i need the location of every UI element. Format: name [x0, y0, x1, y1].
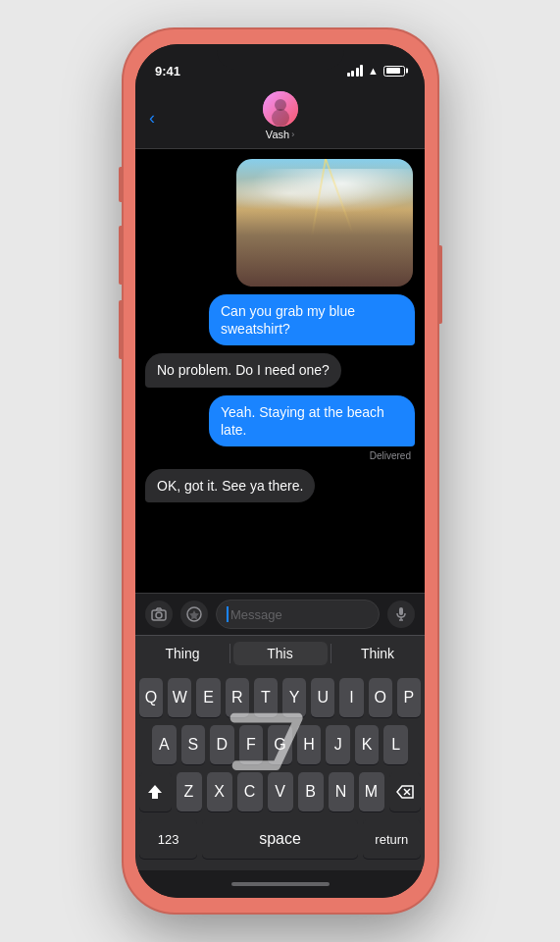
- shift-button[interactable]: [139, 772, 172, 811]
- home-indicator[interactable]: [135, 870, 425, 898]
- sent-bubble-2[interactable]: Yeah. Staying at the beach late.: [209, 395, 415, 446]
- key-n[interactable]: N: [329, 772, 354, 811]
- mic-icon: [396, 607, 406, 621]
- received-text-2: OK, got it. See ya there.: [157, 478, 303, 494]
- photo-message[interactable]: [236, 159, 413, 287]
- volume-up-button[interactable]: [119, 226, 123, 285]
- key-r[interactable]: R: [226, 678, 249, 717]
- return-label: return: [375, 832, 408, 847]
- key-i[interactable]: I: [339, 678, 363, 717]
- camera-icon: [151, 607, 167, 621]
- svg-point-4: [156, 612, 162, 618]
- pred-word-this[interactable]: This: [233, 642, 328, 665]
- status-icons: ▲: [347, 65, 405, 77]
- status-time: 9:41: [155, 64, 180, 78]
- key-u[interactable]: U: [311, 678, 334, 717]
- sent-message-1-row: Can you grab my blue sweatshirt?: [145, 294, 415, 345]
- received-bubble-1[interactable]: No problem. Do I need one?: [145, 353, 341, 387]
- key-l[interactable]: L: [383, 725, 408, 764]
- delete-button[interactable]: [389, 772, 422, 811]
- received-text-1: No problem. Do I need one?: [157, 362, 330, 378]
- contact-name-row[interactable]: Vash ›: [266, 129, 294, 140]
- key-j[interactable]: J: [326, 725, 350, 764]
- space-label: space: [259, 830, 301, 848]
- key-v[interactable]: V: [268, 772, 293, 811]
- messages-area[interactable]: Can you grab my blue sweatshirt? No prob…: [135, 149, 425, 593]
- key-g[interactable]: G: [268, 725, 292, 764]
- return-button[interactable]: return: [363, 819, 421, 859]
- key-d[interactable]: D: [210, 725, 234, 764]
- keyboard: Q W E R T Y U I O P A S D F G H J K: [135, 670, 425, 870]
- key-x[interactable]: X: [207, 772, 232, 811]
- key-e[interactable]: E: [196, 678, 220, 717]
- message-input[interactable]: Message: [216, 600, 380, 629]
- wifi-icon: ▲: [368, 65, 379, 77]
- messages-header: ‹ Vash ›: [135, 87, 425, 149]
- photo-message-row: [145, 159, 415, 287]
- key-c[interactable]: C: [237, 772, 263, 811]
- key-k[interactable]: K: [355, 725, 380, 764]
- text-cursor: [227, 606, 229, 622]
- key-t[interactable]: T: [254, 678, 278, 717]
- key-o[interactable]: O: [369, 678, 392, 717]
- svg-point-2: [272, 109, 289, 127]
- back-button[interactable]: ‹: [149, 108, 155, 129]
- keyboard-row-3: Z X C V B N M: [139, 772, 421, 811]
- key-p[interactable]: P: [397, 678, 421, 717]
- key-s[interactable]: S: [181, 725, 206, 764]
- notch: [217, 44, 344, 70]
- key-b[interactable]: B: [298, 772, 324, 811]
- battery-icon: [383, 66, 405, 77]
- key-w[interactable]: W: [168, 678, 191, 717]
- camera-button[interactable]: [145, 601, 173, 628]
- keyboard-row-2: A S D F G H J K L: [139, 725, 421, 764]
- keyboard-row-4: 123 space return: [139, 819, 421, 859]
- keyboard-row-1: Q W E R T Y U I O P: [139, 678, 421, 717]
- key-y[interactable]: Y: [282, 678, 306, 717]
- key-q[interactable]: Q: [139, 678, 163, 717]
- sent-text-1: Can you grab my blue sweatshirt?: [221, 303, 355, 337]
- pred-word-think[interactable]: Think: [331, 642, 425, 665]
- sent-message-2-row: Yeah. Staying at the beach late.: [145, 395, 415, 446]
- space-button[interactable]: space: [202, 819, 357, 859]
- received-bubble-2[interactable]: OK, got it. See ya there.: [145, 469, 315, 502]
- key-h[interactable]: H: [297, 725, 322, 764]
- delivered-label: Delivered: [145, 450, 411, 461]
- predictive-bar[interactable]: Thing This Think: [135, 635, 425, 670]
- svg-marker-9: [148, 785, 162, 799]
- contact-chevron-icon: ›: [291, 130, 294, 139]
- contact-name-text: Vash: [266, 129, 289, 140]
- power-button[interactable]: [438, 245, 442, 324]
- home-bar: [231, 882, 330, 886]
- delete-icon: [396, 785, 414, 799]
- shift-icon: [146, 783, 164, 801]
- volume-down-button[interactable]: [119, 300, 123, 359]
- numbers-button[interactable]: 123: [139, 819, 197, 859]
- svg-rect-6: [399, 607, 403, 615]
- signal-icon: [347, 65, 364, 77]
- key-z[interactable]: Z: [177, 772, 202, 811]
- phone-frame: 9:41 ▲ ‹: [124, 29, 437, 913]
- avatar-image: [263, 91, 298, 127]
- sent-bubble-1[interactable]: Can you grab my blue sweatshirt?: [209, 294, 415, 345]
- received-message-2-row: OK, got it. See ya there.: [145, 469, 415, 502]
- received-message-1-row: No problem. Do I need one?: [145, 353, 415, 387]
- phone-screen: 9:41 ▲ ‹: [135, 44, 425, 898]
- apps-button[interactable]: [180, 601, 208, 628]
- mic-button[interactable]: [387, 601, 415, 628]
- pred-word-thing[interactable]: Thing: [135, 642, 229, 665]
- key-a[interactable]: A: [152, 725, 177, 764]
- avatar[interactable]: [263, 91, 298, 127]
- numbers-label: 123: [158, 832, 179, 847]
- sent-text-2: Yeah. Staying at the beach late.: [221, 404, 384, 438]
- key-m[interactable]: M: [359, 772, 384, 811]
- key-f[interactable]: F: [239, 725, 264, 764]
- appstore-icon: [186, 606, 202, 622]
- message-placeholder: Message: [230, 607, 282, 622]
- input-area: Message: [135, 593, 425, 635]
